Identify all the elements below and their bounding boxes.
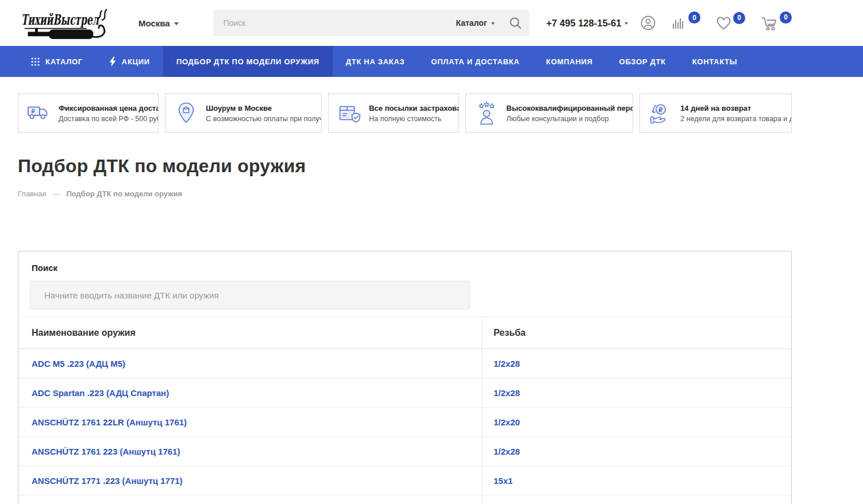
table-row: ANSCHÜTZ 1761 22LR (Аншутц 1761) 1/2x20 [18, 408, 791, 437]
grid-icon [31, 57, 40, 66]
page-title: Подбор ДТК по модели оружия [18, 156, 792, 177]
header: ТихийВыстрел Москва Каталог +7 495 128-1… [18, 0, 792, 46]
header-search: Каталог [213, 10, 529, 36]
breadcrumb-home[interactable]: Главная [18, 189, 46, 198]
feature-title: Высококвалифицированный персонал [506, 104, 633, 113]
feature-staff: Высококвалифицированный персонал Любые к… [465, 94, 633, 133]
svg-text:₽: ₽ [32, 108, 35, 114]
breadcrumb-separator: — [52, 189, 60, 198]
feature-subtitle: Доставка по всей РФ - 500 руб [59, 115, 159, 123]
favorites-icon[interactable]: 0 [716, 16, 745, 30]
table-row: ADC M5 .223 (АДЦ М5) 1/2x28 [18, 349, 791, 378]
city-label: Москва [138, 18, 170, 28]
feature-title: Фиксированная цена доставки [59, 104, 159, 113]
chevron-down-icon [491, 22, 495, 25]
features-row: ₽ Фиксированная цена доставки Доставка п… [18, 94, 792, 133]
logo[interactable]: ТихийВыстрел [20, 5, 114, 41]
feature-title: Шоурум в Москве [206, 104, 322, 113]
feature-title: Все посылки застрахованы [369, 104, 459, 113]
nav-item-label: КОМПАНИЯ [546, 57, 592, 66]
profile-icon[interactable] [640, 15, 656, 31]
feature-subtitle: На полную стоимость [369, 115, 459, 123]
feature-insurance: Все посылки застрахованы На полную стоим… [328, 94, 459, 133]
dtk-search-input[interactable] [30, 281, 470, 309]
feature-showroom: Шоурум в Москве С возможностью оплаты пр… [165, 94, 322, 133]
thread-link[interactable]: 1/2x28 [494, 359, 520, 369]
logo-image: ТихийВыстрел [20, 5, 114, 41]
feature-subtitle: 2 недели для возврата товара и денег [680, 115, 792, 123]
weapons-table: Наименование оружия Резьба ADC M5 .223 (… [18, 316, 791, 504]
nav-item-dtk-review[interactable]: ОБЗОР ДТК [606, 46, 679, 77]
feature-subtitle: Любые консультации и подбор [506, 115, 633, 123]
nav-item-label: ДТК НА ЗАКАЗ [346, 57, 405, 66]
nav-item-contacts[interactable]: КОНТАКТЫ [679, 46, 750, 77]
page: { "header": { "logo_text": "ТихийВыстрел… [0, 0, 863, 504]
col-header-thread: Резьба [481, 317, 791, 348]
feature-delivery: ₽ Фиксированная цена доставки Доставка п… [18, 94, 159, 133]
insured-parcel-icon [336, 100, 363, 126]
nav-item-label: ОПЛАТА И ДОСТАВКА [431, 57, 519, 66]
table-row: ADC Spartan .223 (АДЦ Спартан) 1/2x28 [18, 378, 791, 408]
weapon-link[interactable]: ANSCHÜTZ 1771 .223 (Аншутц 1771) [32, 476, 183, 486]
weapon-link[interactable]: ADC M5 .223 (АДЦ М5) [32, 359, 125, 369]
heart-icon [716, 16, 731, 30]
col-header-weapon: Наименование оружия [18, 317, 481, 348]
table-row-partial [18, 495, 791, 504]
qualified-staff-icon [473, 100, 500, 126]
city-selector[interactable]: Москва [138, 18, 179, 28]
nav-item-label: КАТАЛОГ [45, 57, 83, 66]
chevron-down-icon [174, 22, 179, 25]
main-nav: КАТАЛОГ АКЦИИ ПОДБОР ДТК ПО МОДЕЛИ ОРУЖИ… [0, 46, 863, 77]
phone-number[interactable]: +7 495 128-15-61 [546, 18, 629, 29]
table-row: ANSCHÜTZ 1771 .223 (Аншутц 1771) 15x1 [18, 466, 791, 495]
lightning-icon [109, 57, 116, 67]
nav-item-catalog[interactable]: КАТАЛОГ [18, 46, 96, 77]
nav-item-promos[interactable]: АКЦИИ [96, 46, 163, 77]
nav-item-dtk-custom[interactable]: ДТК НА ЗАКАЗ [333, 46, 418, 77]
search-card: Поиск Наименование оружия Резьба ADC M5 … [18, 251, 792, 504]
feature-returns: ₽ 14 дней на возврат 2 недели для возвра… [639, 94, 792, 133]
logo-text: ТихийВыстрел [21, 11, 100, 28]
weapon-link[interactable]: ANSCHÜTZ 1761 22LR (Аншутц 1761) [32, 417, 187, 427]
person-icon [640, 15, 656, 31]
thread-link[interactable]: 15x1 [494, 476, 513, 486]
delivery-truck-icon: ₽ [26, 100, 52, 126]
weapon-link[interactable]: ADC Spartan .223 (АДЦ Спартан) [32, 388, 169, 398]
table-header-row: Наименование оружия Резьба [18, 316, 791, 349]
feature-subtitle: С возможностью оплаты при получении [206, 115, 322, 123]
cart-glyph-icon [761, 15, 778, 31]
return-hand-icon: ₽ [648, 100, 674, 126]
svg-text:₽: ₽ [658, 106, 662, 113]
compare-count-badge: 0 [688, 11, 700, 24]
breadcrumb: Главная — Подбор ДТК по модели оружия [18, 189, 792, 198]
header-search-input[interactable] [224, 18, 449, 28]
phone-label: +7 495 128-15-61 [546, 18, 622, 29]
cart-icon[interactable]: 0 [761, 15, 792, 31]
search-button[interactable] [502, 10, 529, 36]
weapon-link[interactable]: ANSCHÜTZ 1761 223 (Аншутц 1761) [32, 447, 180, 456]
thread-link[interactable]: 1/2x28 [494, 447, 520, 456]
nav-item-company[interactable]: КОМПАНИЯ [533, 46, 606, 77]
thread-link[interactable]: 1/2x28 [494, 388, 520, 398]
chevron-down-icon [625, 22, 628, 25]
feature-title: 14 дней на возврат [680, 104, 792, 113]
nav-item-label: КОНТАКТЫ [692, 57, 737, 66]
nav-item-payment-delivery[interactable]: ОПЛАТА И ДОСТАВКА [418, 46, 533, 77]
bar-chart-icon [672, 15, 687, 30]
nav-item-label: АКЦИИ [122, 57, 150, 66]
catalog-dropdown-label: Каталог [456, 18, 487, 28]
nav-item-dtk-by-weapon[interactable]: ПОДБОР ДТК ПО МОДЕЛИ ОРУЖИЯ [163, 46, 333, 77]
search-icon [508, 16, 522, 30]
breadcrumb-current: Подбор ДТК по модели оружия [66, 189, 182, 198]
header-icons: 0 0 0 [640, 15, 792, 31]
search-card-label: Поиск [32, 263, 791, 273]
showroom-pin-icon [173, 100, 199, 126]
compare-icon[interactable]: 0 [672, 15, 700, 30]
nav-item-label: ПОДБОР ДТК ПО МОДЕЛИ ОРУЖИЯ [176, 57, 319, 66]
thread-link[interactable]: 1/2x20 [494, 417, 520, 427]
table-row: ANSCHÜTZ 1761 223 (Аншутц 1761) 1/2x28 [18, 437, 791, 466]
favorites-count-badge: 0 [733, 12, 745, 24]
nav-item-label: ОБЗОР ДТК [619, 57, 666, 66]
catalog-dropdown[interactable]: Каталог [449, 18, 501, 28]
cart-count-badge: 0 [780, 11, 792, 24]
